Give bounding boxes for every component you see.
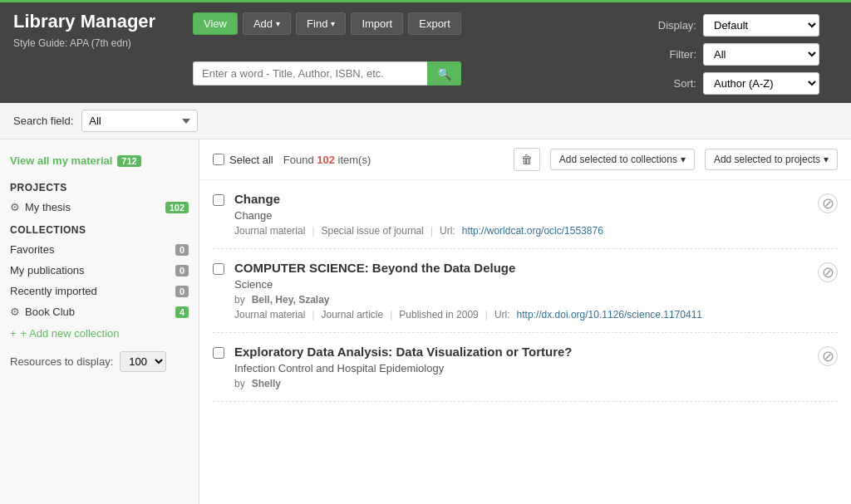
- item-2-meta: Journal material | Journal article | Pub…: [234, 309, 808, 321]
- filter-row: Filter: All Books Journals: [655, 43, 838, 66]
- add-collection-label: + Add new collection: [21, 327, 120, 340]
- sidebar-item-book-club[interactable]: ⚙ Book Club 4: [0, 301, 199, 322]
- select-all-area: Select all: [213, 154, 273, 166]
- item-2-url[interactable]: http://dx.doi.org/10.1126/science.117041…: [517, 309, 703, 321]
- top-right-controls: Display: Default Compact Full Filter: Al…: [655, 11, 838, 95]
- item-1-title: Change: [234, 192, 808, 206]
- item-2-url-label: Url:: [494, 309, 510, 321]
- item-3-body: Exploratory Data Analysis: Data Visualiz…: [234, 345, 808, 389]
- style-guide: Style Guide: APA (7th edn): [13, 37, 180, 49]
- item-1-extra: Special issue of journal: [322, 225, 424, 237]
- add-to-projects-label: Add selected to projects: [714, 154, 820, 165]
- search-field-label: Search field:: [13, 115, 73, 127]
- view-all-count: 712: [117, 155, 140, 167]
- search-row: 🔍: [193, 61, 461, 86]
- found-count: 102: [317, 154, 335, 166]
- search-input[interactable]: [193, 61, 427, 86]
- delete-button[interactable]: 🗑: [514, 148, 540, 171]
- my-publications-label: My publications: [10, 264, 170, 276]
- main-layout: View all my material 712 PROJECTS ⚙ My t…: [0, 139, 851, 504]
- projects-section-title: PROJECTS: [0, 175, 199, 197]
- item-1-body: Change Change Journal material | Special…: [234, 192, 808, 237]
- sidebar-item-my-thesis[interactable]: ⚙ My thesis 102: [0, 197, 199, 218]
- add-to-collections-label: Add selected to collections: [559, 154, 677, 165]
- sidebar: View all my material 712 PROJECTS ⚙ My t…: [0, 139, 199, 504]
- sidebar-item-my-publications[interactable]: My publications 0: [0, 260, 199, 281]
- add-caret-icon: ▾: [276, 19, 280, 28]
- favorites-count: 0: [175, 244, 189, 256]
- collections-caret-icon: ▾: [681, 154, 686, 165]
- view-all-material[interactable]: View all my material 712: [0, 149, 199, 175]
- item-2-body: COMPUTER SCIENCE: Beyond the Data Deluge…: [234, 261, 808, 321]
- add-to-collections-button[interactable]: Add selected to collections ▾: [550, 149, 695, 170]
- item-1-type: Journal material: [234, 225, 305, 237]
- filter-label: Filter:: [655, 48, 696, 61]
- resources-to-display: Resources to display: 100 10 25 50 200: [0, 345, 199, 379]
- item-2-authors: Bell, Hey, Szalay: [252, 294, 330, 306]
- view-all-label: View all my material: [10, 154, 112, 167]
- item-2-type: Journal material: [234, 309, 305, 321]
- item-1-url[interactable]: http://worldcat.org/oclc/1553876: [462, 225, 603, 237]
- item-2-authors-row: by Bell, Hey, Szalay: [234, 294, 808, 306]
- find-caret-icon: ▾: [331, 19, 335, 28]
- my-thesis-count: 102: [165, 202, 189, 213]
- content-toolbar: Select all Found 102 item(s) 🗑 Add selec…: [199, 139, 851, 180]
- sort-row: Sort: Author (A-Z) Author (Z-A) Title (A…: [655, 72, 838, 95]
- sidebar-item-favorites[interactable]: Favorites 0: [0, 239, 199, 260]
- item-2-extra: Journal article: [322, 309, 384, 321]
- item-2-checkbox[interactable]: [213, 263, 224, 275]
- book-club-count: 4: [175, 306, 189, 318]
- gear-icon: ⚙: [10, 201, 20, 213]
- item-2-subtitle: Science: [234, 278, 808, 291]
- found-text: Found 102 item(s): [283, 154, 371, 166]
- sort-select[interactable]: Author (A-Z) Author (Z-A) Title (A-Z) Ye…: [703, 72, 819, 95]
- add-new-collection[interactable]: + + Add new collection: [0, 322, 199, 345]
- item-1-action-icon[interactable]: ⊘: [818, 193, 838, 213]
- item-1-checkbox[interactable]: [213, 194, 224, 206]
- nav-import-button[interactable]: Import: [351, 12, 403, 35]
- item-2-action-icon[interactable]: ⊘: [818, 262, 838, 282]
- favorites-label: Favorites: [10, 243, 170, 256]
- item-3-by-label: by: [234, 378, 245, 389]
- projects-caret-icon: ▾: [824, 154, 829, 165]
- nav-find-button[interactable]: Find ▾: [296, 12, 346, 35]
- content: Select all Found 102 item(s) 🗑 Add selec…: [199, 139, 851, 504]
- item-3-authors: Shelly: [252, 378, 281, 389]
- select-all-label: Select all: [229, 154, 273, 166]
- nav-view-button[interactable]: View: [193, 12, 238, 35]
- search-area: 🔍: [193, 38, 461, 86]
- add-collection-icon: +: [10, 327, 17, 340]
- item-3-authors-row: by Shelly: [234, 378, 808, 389]
- sidebar-item-recently-imported[interactable]: Recently imported 0: [0, 281, 199, 301]
- my-thesis-label: My thesis: [25, 201, 160, 213]
- search-field-select[interactable]: All Title Author ISBN Year: [81, 110, 198, 132]
- nav-add-button[interactable]: Add ▾: [243, 12, 291, 35]
- add-to-projects-button[interactable]: Add selected to projects ▾: [705, 149, 838, 170]
- list-item: Change Change Journal material | Special…: [213, 180, 838, 249]
- item-1-meta: Journal material | Special issue of jour…: [234, 225, 808, 237]
- search-field-row: Search field: All Title Author ISBN Year: [0, 103, 851, 139]
- nav-buttons: View Add ▾ Find ▾ Import Export: [193, 11, 461, 35]
- book-club-label: Book Club: [25, 306, 170, 318]
- recently-imported-count: 0: [175, 286, 189, 297]
- app-title: Library Manager: [13, 11, 180, 32]
- item-3-subtitle: Infection Control and Hospital Epidemiol…: [234, 362, 808, 374]
- nav-export-button[interactable]: Export: [408, 12, 461, 35]
- top-bar: Library Manager Style Guide: APA (7th ed…: [0, 0, 851, 103]
- filter-select[interactable]: All Books Journals: [703, 43, 819, 66]
- item-list: Change Change Journal material | Special…: [199, 180, 851, 402]
- display-select[interactable]: Default Compact Full: [703, 14, 819, 37]
- gear-icon-2: ⚙: [10, 306, 20, 318]
- list-item: COMPUTER SCIENCE: Beyond the Data Deluge…: [213, 249, 838, 333]
- select-all-checkbox[interactable]: [213, 154, 224, 165]
- item-3-checkbox[interactable]: [213, 347, 224, 359]
- display-label: Display:: [655, 19, 696, 32]
- item-2-by-label: by: [234, 294, 245, 306]
- item-1-url-label: Url:: [440, 225, 455, 237]
- item-3-action-icon[interactable]: ⊘: [818, 346, 838, 366]
- search-button[interactable]: 🔍: [427, 61, 461, 86]
- item-3-title: Exploratory Data Analysis: Data Visualiz…: [234, 345, 808, 359]
- resources-select[interactable]: 100 10 25 50 200: [120, 351, 166, 372]
- my-publications-count: 0: [175, 265, 189, 276]
- sort-label: Sort:: [655, 77, 696, 90]
